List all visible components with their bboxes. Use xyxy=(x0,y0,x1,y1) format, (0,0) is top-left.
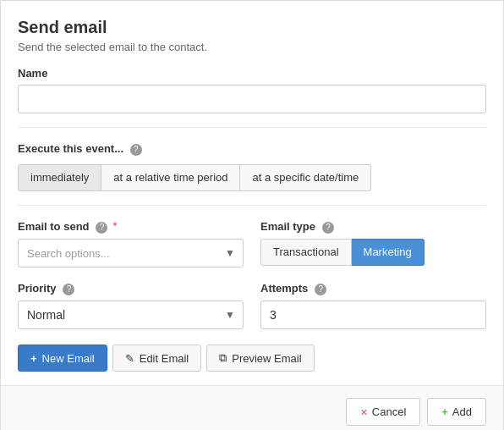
preview-email-label: Preview Email xyxy=(232,352,301,365)
email-type-transactional[interactable]: Transactional xyxy=(260,239,352,266)
modal-body: Send email Send the selected email to th… xyxy=(1,1,503,385)
email-to-send-col: Email to send ? * Search options... ▼ xyxy=(18,219,244,267)
modal-subtitle: Send the selected email to the contact. xyxy=(18,41,486,53)
email-type-help-icon[interactable]: ? xyxy=(322,222,334,234)
priority-label: Priority xyxy=(18,282,57,295)
attempts-col: Attempts ? xyxy=(260,281,486,329)
priority-attempts-row: Priority ? Normal High Low ▼ Attempts ? xyxy=(18,281,486,329)
cancel-button[interactable]: Cancel xyxy=(346,398,420,426)
email-type-marketing[interactable]: Marketing xyxy=(352,239,425,266)
timing-specific[interactable]: at a specific date/time xyxy=(240,164,371,191)
timing-relative[interactable]: at a relative time period xyxy=(101,164,240,191)
priority-col: Priority ? Normal High Low ▼ xyxy=(18,281,244,329)
email-select-wrapper: Search options... ▼ xyxy=(18,239,244,267)
email-to-send-label: Email to send xyxy=(18,220,90,233)
priority-select-wrapper: Normal High Low ▼ xyxy=(18,300,244,329)
action-buttons-row: New Email Edit Email Preview Email xyxy=(18,345,486,372)
edit-email-label: Edit Email xyxy=(140,352,189,365)
email-row: Email to send ? * Search options... ▼ Em… xyxy=(18,219,486,267)
execute-help-icon[interactable]: ? xyxy=(130,144,142,156)
priority-help-icon[interactable]: ? xyxy=(63,284,74,295)
add-plus-icon xyxy=(441,405,448,418)
timing-button-group: immediately at a relative time period at… xyxy=(18,164,486,191)
name-label: Name xyxy=(18,67,486,80)
add-label: Add xyxy=(452,405,472,418)
email-type-col: Email type ? Transactional Marketing xyxy=(260,219,486,267)
preview-email-icon xyxy=(219,351,227,365)
divider-2 xyxy=(18,205,486,206)
email-required-star: * xyxy=(112,219,117,233)
attempts-label: Attempts xyxy=(260,282,308,295)
timing-immediately[interactable]: immediately xyxy=(18,164,101,191)
email-type-label: Email type xyxy=(260,220,315,233)
attempts-input[interactable] xyxy=(260,300,486,329)
new-email-plus-icon xyxy=(30,352,37,365)
modal-footer: Cancel Add xyxy=(1,385,503,430)
modal-title: Send email xyxy=(18,18,486,37)
attempts-help-icon[interactable]: ? xyxy=(315,284,326,295)
cancel-x-icon xyxy=(360,405,368,419)
email-to-send-select[interactable]: Search options... xyxy=(18,239,244,267)
new-email-label: New Email xyxy=(42,352,95,365)
edit-email-button[interactable]: Edit Email xyxy=(112,345,202,372)
priority-select[interactable]: Normal High Low xyxy=(18,300,244,329)
execute-label: Execute this event... xyxy=(18,142,123,155)
name-input[interactable] xyxy=(18,85,486,113)
divider-1 xyxy=(18,127,486,128)
preview-email-button[interactable]: Preview Email xyxy=(206,345,314,372)
edit-email-edit-icon xyxy=(125,352,134,365)
email-type-group: Transactional Marketing xyxy=(260,239,486,266)
new-email-button[interactable]: New Email xyxy=(18,345,107,372)
send-email-modal: Send email Send the selected email to th… xyxy=(0,0,504,430)
add-button[interactable]: Add xyxy=(427,398,486,426)
email-to-send-help-icon[interactable]: ? xyxy=(96,222,107,234)
cancel-label: Cancel xyxy=(372,405,406,418)
